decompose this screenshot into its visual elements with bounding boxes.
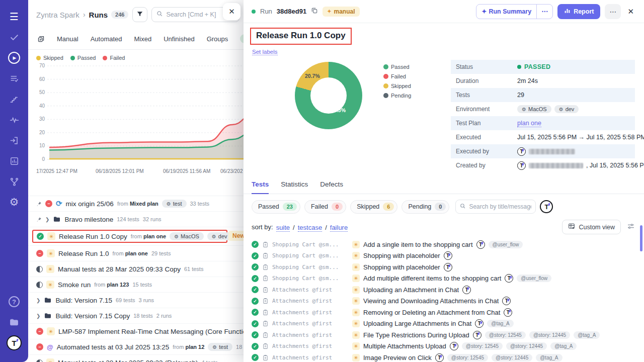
test-row[interactable]: ✓Attachments @first✳Uploading Large Atta…: [252, 318, 644, 330]
run-row[interactable]: ✳Manual tests at 28 Mar 2025 09:33 (Rela…: [28, 355, 244, 362]
sort-by-failure[interactable]: failure: [330, 224, 348, 232]
run-row[interactable]: ❯Bravo milestone124 tests32 runs: [28, 212, 244, 227]
tab-automated[interactable]: Automated: [91, 35, 122, 43]
tab-manual[interactable]: Manual: [57, 35, 78, 43]
manual-run-icon: ✳: [47, 249, 55, 257]
test-row[interactable]: ✓Attachments @first✳Uploading an Attachm…: [252, 284, 644, 296]
sidebar-item-runs[interactable]: ▶: [6, 49, 23, 66]
sidebar-item-profile[interactable]: T: [6, 334, 23, 351]
test-row[interactable]: ✓Shopping Cart @sm...✳Shopping with plac…: [252, 261, 644, 273]
drawer-close-button[interactable]: ✕: [625, 5, 636, 18]
test-row[interactable]: ✓Attachments @first✳Image Preview on Cli…: [252, 352, 644, 362]
tab-mixed[interactable]: Mixed: [134, 35, 152, 43]
sidebar-item-reports[interactable]: [6, 152, 23, 169]
run-row[interactable]: −✳LMP-587 Implement Real-Time Chat Messa…: [28, 324, 244, 339]
test-row[interactable]: ✓Shopping Cart @sm...✳Add a single item …: [252, 239, 644, 250]
sliders-icon[interactable]: [627, 222, 635, 232]
stopped-status-icon: −: [36, 250, 43, 257]
filter-chip-pending[interactable]: Pending0: [401, 200, 449, 214]
run-summary-more-button[interactable]: ⋯: [536, 5, 552, 19]
filter-chip-skipped[interactable]: Skipped6: [350, 200, 397, 214]
test-row[interactable]: ✓Attachments @first✳File Type Restrictio…: [252, 329, 644, 341]
run-row[interactable]: ✳Smoke runfrom plan 12315 tests: [28, 277, 244, 293]
imports-icon: [10, 136, 19, 145]
environment-chip: ⚙MacOS: [517, 105, 551, 113]
assignee-filter-avatar[interactable]: T: [540, 200, 553, 213]
custom-view-button[interactable]: Custom view: [562, 220, 621, 234]
test-case-icon: [262, 275, 269, 282]
test-tag: @tag_A: [550, 342, 577, 350]
test-row[interactable]: ✓Attachments @first✳Removing or Deleting…: [252, 307, 644, 318]
automated-run-icon: @: [47, 343, 53, 351]
tests-search-input[interactable]: [469, 203, 531, 210]
passed-status-icon: ✓: [252, 298, 259, 305]
chevron-right-icon[interactable]: ❯: [36, 313, 40, 319]
test-row[interactable]: ✓Shopping Cart @sm...✳Shopping with plac…: [252, 250, 644, 262]
run-row[interactable]: ❯Build: Version 7.1569 tests3 runs: [28, 293, 244, 308]
sidebar-item-menu[interactable]: ☰: [6, 8, 23, 25]
run-summary-button[interactable]: ✦ Run Summary ⋯: [476, 4, 553, 19]
run-status-dot: [252, 10, 256, 14]
breadcrumb-project[interactable]: Zyntra Spark: [36, 11, 79, 19]
filter-button[interactable]: [132, 7, 147, 22]
test-tag: @story: 12545: [485, 331, 526, 339]
tab-groups[interactable]: Groups: [207, 35, 228, 43]
run-title: Manual tests at 28 Mar 2025 09:33 (Relau…: [58, 359, 198, 362]
runs-panel: Zyntra Spark › Runs 246 ✕ Manua: [28, 0, 244, 362]
run-row[interactable]: ✳Manual tests at 28 Mar 2025 09:33 Copy6…: [28, 261, 244, 277]
run-row[interactable]: −✳Release Run 1.0from plan one29 tests: [28, 246, 244, 261]
test-tag: @story: 12545: [462, 342, 503, 350]
manual-test-icon: ✳: [352, 286, 360, 294]
passed-status-icon: ✓: [252, 286, 259, 293]
detail-row-status: StatusPASSED: [451, 60, 635, 74]
sort-by-suite[interactable]: suite: [276, 224, 290, 232]
sidebar-item-shared-steps[interactable]: [6, 70, 23, 87]
test-row[interactable]: ✓Attachments @first✳Viewing and Download…: [252, 296, 644, 307]
run-row[interactable]: −@Automated tests at 03 Jul 2025 13:25fr…: [28, 339, 244, 355]
filter-chip-passed[interactable]: Passed23: [252, 200, 300, 214]
x-tick: 06/19/2025 11:56 AM: [163, 168, 210, 174]
test-title: Multiple Attachments Upload: [363, 342, 446, 350]
chevron-right-icon[interactable]: ❯: [36, 298, 40, 303]
test-row[interactable]: ✓Shopping Cart @sm...✳Add multiple diffe…: [252, 273, 644, 285]
scrollbar-thumb[interactable]: [640, 225, 642, 251]
sidebar-item-settings[interactable]: ⚙: [6, 194, 23, 211]
test-title: Shopping with placeholder: [363, 263, 440, 271]
tab-statistics[interactable]: Statistics: [281, 180, 308, 194]
sidebar-item-test-cases[interactable]: [6, 29, 23, 46]
run-row[interactable]: ❯Build: Version 7.15 Copy18 tests2 runs: [28, 308, 244, 324]
tests-search[interactable]: [455, 200, 536, 214]
breadcrumb-section[interactable]: Runs: [89, 11, 108, 19]
chevron-right-icon[interactable]: ❯: [45, 217, 49, 222]
run-row[interactable]: −⟳mix origin 25/06from Mixed plan⚙test33…: [28, 196, 244, 212]
sidebar-item-help[interactable]: ?: [6, 293, 23, 310]
set-labels-link[interactable]: Set labels: [252, 49, 278, 55]
tab-defects[interactable]: Defects: [320, 180, 343, 194]
test-plan-link[interactable]: plan one: [517, 120, 541, 127]
more-actions-button[interactable]: ⋯: [605, 4, 621, 19]
run-meta: 29 tests: [151, 250, 171, 256]
test-suite-label: Attachments @first: [272, 320, 349, 327]
run-row[interactable]: ✓✳Release Run 1.0 Copyfrom plan one⚙MacO…: [28, 227, 244, 246]
sort-by-testcase[interactable]: testcase: [298, 224, 322, 232]
filter-chip-failed[interactable]: Failed0: [304, 200, 346, 214]
user-avatar: T: [7, 335, 22, 350]
tab-tests[interactable]: Tests: [252, 180, 269, 194]
tab-unfinished[interactable]: Unfinished: [164, 35, 194, 43]
milestones-icon: [10, 95, 19, 104]
panel-close-button[interactable]: ✕: [223, 3, 240, 20]
test-row[interactable]: ✓Attachments @first✳Multiple Attachments…: [252, 341, 644, 352]
sidebar-item-imports[interactable]: [6, 132, 23, 149]
report-button[interactable]: Report: [557, 4, 600, 19]
select-all-icon[interactable]: [37, 35, 45, 43]
sidebar-item-projects[interactable]: [6, 314, 23, 331]
status-value: PASSED: [524, 63, 550, 70]
copy-icon[interactable]: [311, 7, 318, 16]
assignee-avatar: T: [475, 319, 484, 328]
in-progress-status-icon: [36, 282, 43, 288]
sidebar-item-milestones[interactable]: [6, 90, 23, 108]
sidebar-item-traceability[interactable]: [6, 173, 23, 190]
sidebar-item-activity[interactable]: [6, 111, 23, 128]
donut-zone: 20.7% 79.3% PassedFailedSkippedPending: [295, 60, 411, 172]
donut-label-passed: 79.3%: [331, 107, 346, 113]
